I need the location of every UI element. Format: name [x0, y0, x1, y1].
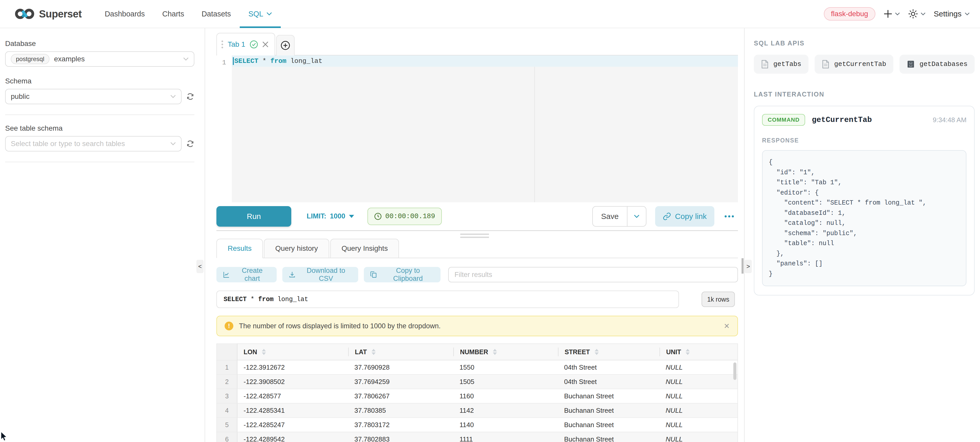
column-header-street[interactable]: STREET: [558, 348, 660, 356]
copy-link-button[interactable]: Copy link: [655, 206, 714, 227]
nav-charts[interactable]: Charts: [154, 0, 193, 28]
run-button[interactable]: Run: [216, 206, 291, 227]
editor-tabstrip: Tab 1: [216, 32, 738, 56]
table-row[interactable]: 6 -122.4289542 37.7802883 1111 Buchanan …: [217, 432, 737, 442]
copy-clipboard-button[interactable]: Copy to Clipboard: [364, 267, 441, 282]
plus-circle-icon: [280, 41, 290, 50]
tab-query-history[interactable]: Query history: [264, 239, 329, 258]
sort-icon[interactable]: [372, 349, 375, 355]
sun-icon: [908, 9, 918, 19]
sort-icon[interactable]: [493, 349, 497, 355]
main-nav: Dashboards Charts Datasets SQL: [96, 0, 280, 28]
table-row[interactable]: 3 -122.428577 37.7806267 1160 Buchanan S…: [217, 389, 737, 404]
results-table: LON LAT NUMBER STREET UNIT 1 -122.391267…: [216, 343, 738, 442]
text-cursor: [233, 57, 234, 65]
vertical-scrollbar[interactable]: [733, 362, 737, 380]
sidebar-divider: [5, 115, 194, 115]
sql-code-editor[interactable]: 1 SELECT * from long_lat: [216, 56, 738, 202]
refresh-icon[interactable]: [186, 140, 194, 148]
command-timestamp: 9:34:48 AM: [933, 116, 967, 124]
warning-close-icon[interactable]: ✕: [724, 322, 730, 330]
nav-datasets[interactable]: Datasets: [193, 0, 240, 28]
chevron-down-icon: [170, 95, 176, 98]
schema-label: Schema: [5, 77, 194, 85]
collapse-sidebar-handle[interactable]: <: [196, 260, 204, 273]
check-circle-icon: [250, 40, 258, 49]
mouse-cursor: [0, 432, 9, 442]
sort-icon[interactable]: [595, 349, 599, 355]
table-header-row: LON LAT NUMBER STREET UNIT: [217, 344, 737, 361]
tab-results[interactable]: Results: [216, 239, 263, 258]
add-tab-button[interactable]: [276, 35, 294, 56]
more-menu-button[interactable]: [725, 215, 734, 217]
schema-value: public: [11, 93, 30, 101]
table-select[interactable]: Select table or type to search tables: [5, 136, 181, 152]
warning-icon: !: [224, 322, 233, 330]
database-select[interactable]: postgresql examples: [5, 51, 194, 67]
collapse-api-panel-handle[interactable]: >: [745, 260, 752, 273]
save-dropdown-button[interactable]: [627, 206, 646, 227]
download-csv-button[interactable]: Download to CSV: [282, 267, 358, 282]
chevron-down-icon: [634, 215, 640, 218]
editor-toolbar: Run LIMIT: 1000 00:00:00.189 Save: [216, 202, 738, 231]
get-current-tab-button[interactable]: getCurrentTab: [815, 55, 893, 74]
superset-logo-icon: [14, 7, 35, 21]
theme-toggle[interactable]: [908, 9, 926, 19]
last-interaction-title: LAST INTERACTION: [754, 91, 975, 98]
get-tabs-button[interactable]: getTabs: [754, 55, 808, 74]
filter-results-input[interactable]: [448, 267, 738, 282]
environment-badge: flask-debug: [824, 7, 875, 21]
tab-query-insights[interactable]: Query Insights: [330, 239, 399, 258]
schema-select[interactable]: public: [5, 89, 181, 104]
get-databases-button[interactable]: getDatabases: [899, 55, 975, 74]
navbar-right: flask-debug Settings: [824, 7, 970, 21]
column-header-unit[interactable]: UNIT: [660, 348, 737, 356]
close-icon[interactable]: [262, 41, 269, 48]
table-row[interactable]: 4 -122.4285341 37.780385 1142 Buchanan S…: [217, 404, 737, 418]
column-header-number[interactable]: NUMBER: [453, 348, 558, 356]
column-header-lon[interactable]: LON: [237, 348, 348, 356]
chevron-down-icon: [266, 12, 272, 16]
last-interaction-card: COMMAND getCurrentTab 9:34:48 AM RESPONS…: [754, 106, 975, 295]
superset-logo[interactable]: Superset: [14, 7, 81, 21]
column-header-lat[interactable]: LAT: [348, 348, 453, 356]
sort-icon[interactable]: [686, 349, 690, 355]
table-row[interactable]: 1 -122.3912672 37.7690928 1550 04th Stre…: [217, 361, 737, 375]
row-count-badge: 1k rows: [702, 292, 735, 307]
results-actions: Create chart Download to CSV Copy to Cli…: [216, 267, 738, 282]
resize-drag-handle[interactable]: [460, 234, 489, 240]
command-badge: COMMAND: [762, 114, 805, 126]
nav-dashboards[interactable]: Dashboards: [96, 0, 153, 28]
panel-scrollbar[interactable]: [741, 258, 744, 274]
limit-dropdown[interactable]: LIMIT: 1000: [307, 212, 354, 220]
query-preview[interactable]: SELECT * from long_lat: [216, 290, 679, 308]
results-section: Results Query history Query Insights Cre…: [216, 231, 738, 442]
database-type-tag: postgresql: [11, 54, 49, 64]
chevron-down-icon: [183, 57, 189, 61]
plus-icon: [884, 10, 892, 18]
sql-lab-sidebar: Database postgresql examples Schema publ…: [0, 28, 205, 442]
results-tabstrip: Results Query history Query Insights: [216, 239, 738, 258]
new-item-button[interactable]: [884, 10, 900, 18]
document-icon: [822, 60, 829, 69]
row-limit-warning: ! The number of rows displayed is limite…: [216, 316, 738, 336]
table-row[interactable]: 5 -122.4285247 37.7803172 1140 Buchanan …: [217, 418, 737, 432]
refresh-icon[interactable]: [186, 93, 194, 101]
query-preview-row: SELECT * from long_lat 1k rows: [216, 290, 738, 308]
tab-title: Tab 1: [228, 40, 245, 48]
sql-lab-api-panel: SQL LAB APIS getTabs getCurrentTab getDa…: [745, 28, 980, 442]
chevron-down-icon: [170, 142, 176, 145]
api-buttons: getTabs getCurrentTab getDatabases: [754, 55, 975, 74]
editor-tab-1[interactable]: Tab 1: [216, 33, 275, 56]
table-row[interactable]: 2 -122.3908502 37.7694259 1505 04th Stre…: [217, 375, 737, 389]
settings-menu[interactable]: Settings: [934, 10, 970, 18]
nav-sql[interactable]: SQL: [240, 0, 281, 28]
response-label: RESPONSE: [762, 137, 966, 144]
save-button[interactable]: Save: [592, 206, 627, 227]
table-schema-label: See table schema: [5, 124, 194, 132]
brand-name: Superset: [39, 8, 81, 20]
api-panel-title: SQL LAB APIS: [754, 40, 975, 47]
create-chart-button[interactable]: Create chart: [216, 267, 277, 282]
sort-icon[interactable]: [262, 349, 266, 355]
command-name: getCurrentTab: [812, 115, 872, 124]
